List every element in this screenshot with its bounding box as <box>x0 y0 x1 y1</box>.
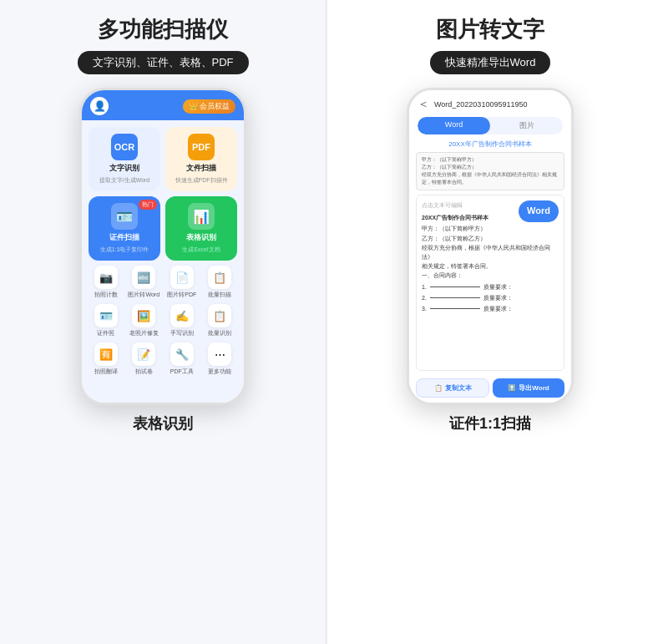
left-bottom-label: 表格识别 <box>133 405 193 644</box>
word-badge: Word <box>519 200 559 222</box>
copy-icon: 📋 <box>434 384 443 392</box>
editable-area[interactable]: 点击文本可编辑 Word 20XX广告制作合同书样本 甲方：（以下简称甲方） 乙… <box>416 195 564 371</box>
photo-restore-item[interactable]: 🖼️ 老照片修复 <box>127 304 162 337</box>
tab-word[interactable]: Word <box>418 117 490 134</box>
batch-scan-item[interactable]: 📋 批量扫描 <box>203 266 238 299</box>
file-name-label: Word_20220310095911950 <box>434 100 563 109</box>
pdf-tool-icon: 🔧 <box>170 342 194 366</box>
blank-field-2 <box>430 297 480 298</box>
left-subtitle: 文字识别、证件、表格、PDF <box>78 51 249 74</box>
more-item[interactable]: ⋯ 更多功能 <box>203 342 238 376</box>
more-label: 更多功能 <box>208 368 231 376</box>
left-title: 多功能扫描仪 <box>98 15 228 44</box>
left-panel: 多功能扫描仪 文字识别、证件、表格、PDF 👤 👑 会员权益 <box>0 0 326 644</box>
export-icon: ⬆️ <box>508 384 516 392</box>
img-word-icon: 🔤 <box>132 266 155 289</box>
small-icons-row3: 🈶 拍照翻译 📝 拍试卷 🔧 PDF工具 ⋯ <box>89 342 237 376</box>
small-icons-row1: 📷 拍照计数 🔤 图片转Word 📄 图片转PDF 📋 <box>89 266 237 299</box>
img-word-item[interactable]: 🔤 图片转Word <box>127 266 162 299</box>
batch-recog-item[interactable]: 📋 批量识别 <box>203 304 238 337</box>
pdf-tool-label: PDF工具 <box>170 368 194 376</box>
crown-icon: 👑 <box>189 102 198 110</box>
handwriting-icon: ✍️ <box>170 304 194 327</box>
pdf-label: 文件扫描 <box>186 163 216 174</box>
id-photo-label: 证件照 <box>97 329 114 337</box>
right-panel: 图片转文字 快速精准导出Word ＜ Word_2022031009591195… <box>326 0 653 644</box>
translate-label: 拍照翻译 <box>94 368 118 376</box>
handwriting-item[interactable]: ✍️ 手写识别 <box>165 304 200 337</box>
photo-count-label: 拍照计数 <box>94 291 118 299</box>
preview-line-4: 定，特签署本合同。 <box>422 179 559 186</box>
ocr-label: 文字识别 <box>109 163 139 174</box>
copy-button[interactable]: 📋 复制文本 <box>416 378 489 398</box>
right-phone-mockup: ＜ Word_20220310095911950 Word 图片 20XX年广告… <box>407 88 574 405</box>
editable-line-5: 一、合同内容： <box>422 271 559 280</box>
small-icons-row2: 🪪 证件照 🖼️ 老照片修复 ✍️ 手写识别 📋 <box>89 304 237 337</box>
cert-button[interactable]: 热门 🪪 证件扫描 生成1:1电子复印件 <box>89 196 160 261</box>
batch-scan-label: 批量扫描 <box>208 291 231 299</box>
editable-line-7: 2.质量要求： <box>422 293 559 302</box>
doc-preview: 甲方：（以下简称甲方） 乙方：（以下简称乙方） 经双方充分协商，根据《中华人民共… <box>416 152 564 190</box>
copy-label: 复制文本 <box>445 383 472 393</box>
img-pdf-item[interactable]: 📄 图片转PDF <box>165 266 200 299</box>
photo-restore-icon: 🖼️ <box>132 304 155 327</box>
photo-restore-label: 老照片修复 <box>129 329 159 337</box>
translate-icon: 🈶 <box>94 342 118 366</box>
table-button[interactable]: 📊 表格识别 生成Excel文档 <box>165 196 237 261</box>
editable-line-4: 相关规定，特签署本合同。 <box>422 261 559 271</box>
phone-header-right: ＜ Word_20220310095911950 <box>409 90 571 112</box>
id-photo-item[interactable]: 🪪 证件照 <box>89 304 124 337</box>
batch-recog-label: 批量识别 <box>208 329 231 337</box>
table-icon: 📊 <box>188 203 215 230</box>
editable-line-6: 1.质量要求： <box>422 282 559 292</box>
photo-count-item[interactable]: 📷 拍照计数 <box>89 266 124 299</box>
blank-field-1 <box>430 287 480 287</box>
cert-icon: 🪪 <box>111 203 138 230</box>
left-phone-mockup: 👤 👑 会员权益 OCR 文字识别 提取文字/生成Word <box>79 88 246 405</box>
editable-line-8: 3.质量要求： <box>422 304 559 313</box>
batch-recog-icon: 📋 <box>208 304 231 327</box>
pdf-icon: PDF <box>188 134 215 160</box>
id-photo-icon: 🪪 <box>94 304 118 327</box>
exam-icon: 📝 <box>132 342 155 366</box>
pdf-button[interactable]: PDF 文件扫描 快速生成PDF扫描件 <box>165 127 237 191</box>
pdf-tool-item[interactable]: 🔧 PDF工具 <box>165 342 200 376</box>
member-badge[interactable]: 👑 会员权益 <box>183 99 235 114</box>
doc-title: 20XX年广告制作合同书样本 <box>409 139 571 149</box>
img-pdf-icon: 📄 <box>170 266 194 289</box>
tab-bar: Word 图片 <box>418 117 563 134</box>
ocr-button[interactable]: OCR 文字识别 提取文字/生成Word <box>89 127 160 191</box>
blank-field-3 <box>430 308 480 309</box>
batch-scan-icon: 📋 <box>208 266 231 289</box>
back-arrow-icon[interactable]: ＜ <box>418 97 429 112</box>
cert-sub: 生成1:1电子复印件 <box>100 246 149 254</box>
editable-line-3: 经双方充分协商，根据《中华人民共和国经济合同法》 <box>422 243 559 261</box>
ocr-icon: OCR <box>111 134 138 160</box>
img-pdf-label: 图片转PDF <box>167 291 196 299</box>
right-bottom-label: 证件1:1扫描 <box>449 405 531 644</box>
phone-bottom-bar: 📋 复制文本 ⬆️ 导出Word <box>416 378 564 398</box>
more-icon: ⋯ <box>208 342 231 366</box>
main-buttons-grid: OCR 文字识别 提取文字/生成Word PDF 文件扫描 快速生成PDF扫描件 <box>89 127 237 261</box>
tab-image[interactable]: 图片 <box>490 117 563 134</box>
photo-count-icon: 📷 <box>94 266 118 289</box>
right-subtitle: 快速精准导出Word <box>430 51 551 74</box>
handwriting-label: 手写识别 <box>170 329 194 337</box>
editable-line-1: 甲方：（以下简称甲方） <box>422 224 559 233</box>
table-label: 表格识别 <box>186 232 216 243</box>
translate-item[interactable]: 🈶 拍照翻译 <box>89 342 124 376</box>
phone-top-bar: 👤 👑 会员权益 <box>82 90 244 120</box>
cert-label: 证件扫描 <box>109 232 139 243</box>
hot-badge: 热门 <box>139 200 157 210</box>
preview-line-3: 经双方充分协商，根据《中华人民共和国经济合同法》相关规 <box>422 171 559 179</box>
editable-line-2: 乙方：（以下简称乙方） <box>422 234 559 243</box>
pdf-sub: 快速生成PDF扫描件 <box>175 176 228 185</box>
avatar-icon: 👤 <box>90 97 109 115</box>
export-label: 导出Word <box>519 383 549 393</box>
ocr-sub: 提取文字/生成Word <box>99 176 150 185</box>
img-word-label: 图片转Word <box>128 291 159 299</box>
exam-item[interactable]: 📝 拍试卷 <box>127 342 162 376</box>
right-title: 图片转文字 <box>436 15 544 44</box>
exam-label: 拍试卷 <box>135 368 153 376</box>
export-button[interactable]: ⬆️ 导出Word <box>493 378 564 398</box>
